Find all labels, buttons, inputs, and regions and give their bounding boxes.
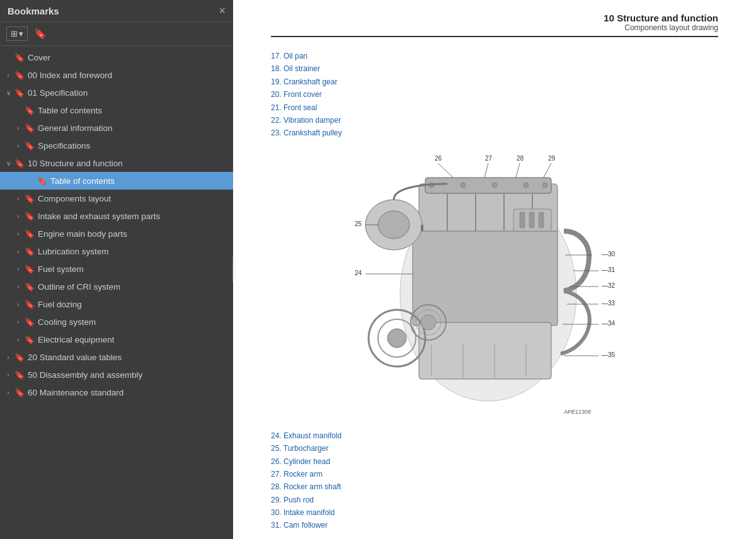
sidebar-item-cover[interactable]: 🔖 Cover bbox=[0, 48, 233, 66]
sidebar-item-label: Fuel dozing bbox=[38, 300, 233, 309]
sidebar-item-label: General information bbox=[38, 123, 233, 133]
bookmark-icon: 🔖 bbox=[24, 194, 35, 203]
sidebar-item-label: Intake and exhaust system parts bbox=[38, 212, 233, 221]
sidebar-item-toc2[interactable]: 🔖 Table of contents bbox=[0, 172, 233, 190]
main-content: 10 Structure and function Components lay… bbox=[233, 0, 756, 539]
bookmarks-panel: Bookmarks × ⊞ ▾ 🔖 🔖 Cover › 🔖 00 Index a… bbox=[0, 0, 233, 539]
svg-text:—33: —33 bbox=[602, 300, 616, 307]
part-item: 25. Turbocharger bbox=[271, 442, 718, 455]
close-button[interactable]: × bbox=[219, 5, 226, 16]
bookmark-icon: 🔖 bbox=[14, 88, 25, 98]
bottom-parts-list: 24. Exhaust manifold 25. Turbocharger 26… bbox=[271, 429, 718, 532]
collapse-arrow-icon: › bbox=[13, 142, 24, 149]
sidebar-item-structure[interactable]: ∨ 🔖 10 Structure and function bbox=[0, 154, 233, 172]
bookmarks-tree: 🔖 Cover › 🔖 00 Index and foreword ∨ 🔖 01… bbox=[0, 46, 233, 539]
bookmark-view-button[interactable]: 🔖 bbox=[30, 26, 50, 42]
sidebar-item-fuel-dozing[interactable]: › 🔖 Fuel dozing bbox=[0, 295, 233, 313]
collapse-arrow-icon: › bbox=[13, 266, 24, 273]
collapse-arrow-icon: › bbox=[13, 301, 24, 308]
page-header: 10 Structure and function Components lay… bbox=[271, 13, 718, 37]
collapse-arrow-icon: › bbox=[13, 283, 24, 290]
top-parts-list: 17. Oil pan 18. Oil strainer 19. Cranksh… bbox=[271, 50, 718, 140]
page-content: 10 Structure and function Components lay… bbox=[233, 0, 756, 539]
svg-rect-17 bbox=[425, 178, 551, 193]
svg-point-19 bbox=[461, 183, 466, 188]
svg-text:25: 25 bbox=[355, 220, 362, 227]
part-item: 17. Oil pan bbox=[271, 50, 718, 62]
sidebar-item-intake[interactable]: › 🔖 Intake and exhaust system parts bbox=[0, 207, 233, 225]
bookmark-icon: 🔖 bbox=[24, 212, 35, 221]
svg-rect-45 bbox=[539, 212, 544, 228]
svg-point-25 bbox=[421, 315, 436, 330]
svg-text:—31: —31 bbox=[602, 266, 616, 273]
sidebar-item-cri[interactable]: › 🔖 Outline of CRI system bbox=[0, 278, 233, 295]
sidebar-item-label: 60 Maintenance standard bbox=[28, 388, 233, 397]
collapse-panel-button[interactable]: ‹ bbox=[232, 257, 233, 282]
sidebar-item-comp-layout[interactable]: › 🔖 Components layout bbox=[0, 190, 233, 207]
engine-svg-container: 26 27 28 29 bbox=[337, 149, 652, 420]
svg-text:—35: —35 bbox=[602, 351, 616, 358]
expand-all-button[interactable]: ⊞ ▾ bbox=[6, 26, 28, 41]
svg-point-20 bbox=[492, 183, 497, 188]
part-item: 28. Rocker arm shaft bbox=[271, 480, 718, 493]
sidebar-item-label: Outline of CRI system bbox=[38, 282, 233, 292]
sidebar-item-label: Cover bbox=[28, 53, 233, 62]
sidebar-item-label: 00 Index and foreword bbox=[28, 71, 233, 80]
sidebar-item-lubrication[interactable]: › 🔖 Lubrication system bbox=[0, 242, 233, 260]
engine-diagram: 26 27 28 29 bbox=[271, 149, 718, 420]
part-item: 27. Rocker arm bbox=[271, 468, 718, 480]
svg-point-16 bbox=[387, 329, 406, 348]
part-item: 29. Push rod bbox=[271, 494, 718, 506]
bookmark-icon: 🔖 bbox=[24, 335, 35, 344]
sidebar-item-disassembly[interactable]: › 🔖 50 Disassembly and assembly bbox=[0, 366, 233, 383]
bookmark-icon: 🔖 bbox=[37, 176, 48, 186]
bookmark-icon: 🔖 bbox=[14, 370, 25, 380]
grid-icon: ⊞ bbox=[11, 29, 18, 38]
collapse-arrow-icon: › bbox=[3, 72, 14, 79]
bookmark-icon: 🔖 bbox=[24, 123, 35, 133]
svg-text:APE11306: APE11306 bbox=[563, 409, 591, 415]
part-item: 24. Exhaust manifold bbox=[271, 429, 718, 442]
sidebar-item-standard[interactable]: › 🔖 20 Standard value tables bbox=[0, 348, 233, 366]
sidebar-item-engine-body[interactable]: › 🔖 Engine main body parts bbox=[0, 225, 233, 242]
collapse-arrow-icon: › bbox=[13, 195, 24, 202]
sidebar-item-label: Electrical equipment bbox=[38, 335, 233, 344]
sidebar-item-label: Components layout bbox=[38, 194, 233, 203]
part-item: 26. Cylinder head bbox=[271, 455, 718, 468]
svg-text:28: 28 bbox=[517, 155, 524, 162]
sidebar-header: Bookmarks × bbox=[0, 0, 233, 22]
collapse-arrow-icon: › bbox=[3, 354, 14, 361]
sidebar-item-specifications[interactable]: › 🔖 Specifications bbox=[0, 137, 233, 154]
page-header-title: 10 Structure and function bbox=[271, 13, 718, 23]
sidebar-toolbar: ⊞ ▾ 🔖 bbox=[0, 22, 233, 46]
sidebar-item-label: Fuel system bbox=[38, 264, 233, 274]
bookmark-icon: 🔖 bbox=[24, 282, 35, 292]
bookmark-icon: 🔖 bbox=[24, 247, 35, 256]
sidebar-item-label: 50 Disassembly and assembly bbox=[28, 370, 233, 380]
bookmark-icon: 🔖 bbox=[14, 71, 25, 80]
page-header-subtitle: Components layout drawing bbox=[271, 23, 718, 32]
sidebar-item-label: Table of contents bbox=[50, 176, 233, 186]
svg-point-21 bbox=[524, 183, 529, 188]
svg-text:29: 29 bbox=[548, 155, 556, 162]
svg-text:—32: —32 bbox=[602, 282, 616, 289]
sidebar-item-maintenance[interactable]: › 🔖 60 Maintenance standard bbox=[0, 383, 233, 401]
bookmark-icon: 🔖 bbox=[14, 388, 25, 397]
part-item: 20. Front cover bbox=[271, 88, 718, 101]
sidebar-item-label: Engine main body parts bbox=[38, 229, 233, 239]
sidebar-item-toc1[interactable]: 🔖 Table of contents bbox=[0, 101, 233, 119]
bookmark-icon: 🔖 bbox=[34, 28, 47, 39]
svg-text:24: 24 bbox=[355, 270, 362, 276]
sidebar-item-spec[interactable]: ∨ 🔖 01 Specification bbox=[0, 84, 233, 101]
sidebar-item-label: 10 Structure and function bbox=[28, 159, 233, 168]
svg-text:—34: —34 bbox=[602, 320, 616, 327]
sidebar-item-geninfo[interactable]: › 🔖 General information bbox=[0, 119, 233, 137]
sidebar-item-fuel[interactable]: › 🔖 Fuel system bbox=[0, 260, 233, 278]
sidebar-item-cooling[interactable]: › 🔖 Cooling system bbox=[0, 313, 233, 331]
sidebar-item-electrical[interactable]: › 🔖 Electrical equipment bbox=[0, 331, 233, 348]
bookmark-icon: 🔖 bbox=[24, 300, 35, 309]
sidebar-title: Bookmarks bbox=[8, 6, 59, 16]
engine-diagram-svg: 26 27 28 29 bbox=[337, 149, 652, 420]
sidebar-item-label: Specifications bbox=[38, 141, 233, 150]
sidebar-item-index[interactable]: › 🔖 00 Index and foreword bbox=[0, 66, 233, 84]
